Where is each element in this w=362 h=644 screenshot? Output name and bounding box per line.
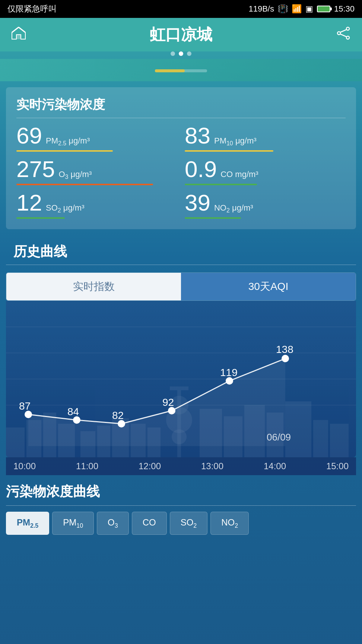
svg-rect-19 <box>244 405 265 457</box>
x-label-1200: 12:00 <box>139 461 161 471</box>
no2-label: NO2 μg/m³ <box>214 203 253 214</box>
svg-rect-25 <box>97 426 110 457</box>
svg-rect-24 <box>80 431 95 457</box>
o3-label: O3 μg/m³ <box>58 170 92 181</box>
pm25-value: 69 <box>16 124 42 147</box>
p-tab-co[interactable]: CO <box>132 512 167 535</box>
page-indicators <box>0 51 362 59</box>
x-label-1400: 14:00 <box>264 461 286 471</box>
so2-bar <box>16 217 65 219</box>
aqi-partial <box>0 59 362 81</box>
realtime-pollutant-card: 实时污染物浓度 69 PM2.5 μg/m³ 83 PM10 μg/m³ 275… <box>6 87 356 229</box>
svg-rect-18 <box>224 416 242 457</box>
svg-rect-7 <box>155 69 185 72</box>
p-tab-o3[interactable]: O3 <box>97 512 129 535</box>
battery-icon <box>317 6 330 12</box>
svg-rect-22 <box>313 420 328 457</box>
p-tab-no2[interactable]: NO2 <box>210 512 249 535</box>
svg-point-39 <box>282 355 289 362</box>
tab-realtime[interactable]: 实时指数 <box>6 273 181 300</box>
svg-rect-8 <box>6 427 25 457</box>
vibrate-icon: 📳 <box>278 4 288 14</box>
co-value: 0.9 <box>185 158 217 181</box>
pollutant-co: 0.9 CO mg/m³ <box>185 158 346 187</box>
svg-rect-21 <box>285 401 311 457</box>
pollutant-o3: 275 O3 μg/m³ <box>16 158 177 187</box>
svg-line-5 <box>340 34 346 37</box>
svg-rect-0 <box>16 35 21 39</box>
pm10-bar <box>185 150 273 152</box>
pollutant-pm25: 69 PM2.5 μg/m³ <box>16 124 177 153</box>
svg-rect-26 <box>112 418 129 457</box>
co-label: CO mg/m³ <box>220 170 258 179</box>
status-bar: 仅限紧急呼叫 119B/s 📳 📶 ▣ 15:30 <box>0 0 362 18</box>
sim-icon: ▣ <box>305 4 313 14</box>
chart-container: 87 84 82 92 119 138 06/09 <box>6 301 356 457</box>
tab-30day[interactable]: 30天AQI <box>181 273 356 300</box>
chart-x-axis: 10:00 11:00 12:00 13:00 14:00 15:00 <box>6 457 356 475</box>
pollutant-curve-section: 污染物浓度曲线 PM2.5 PM10 O3 CO SO2 NO2 <box>0 475 362 538</box>
no2-bar <box>185 217 241 219</box>
svg-rect-23 <box>330 424 349 457</box>
svg-rect-11 <box>58 424 75 457</box>
home-button[interactable] <box>11 26 26 43</box>
co-bar <box>185 184 257 185</box>
network-speed: 119B/s <box>248 4 274 14</box>
p-tab-so2[interactable]: SO2 <box>170 512 208 535</box>
svg-rect-10 <box>43 413 56 457</box>
o3-bar <box>16 184 153 185</box>
dot-3 <box>187 51 191 56</box>
p-tab-pm25[interactable]: PM2.5 <box>6 512 49 535</box>
realtime-title: 实时污染物浓度 <box>16 96 346 118</box>
so2-label: SO2 μg/m³ <box>46 203 85 214</box>
svg-rect-28 <box>147 427 161 457</box>
x-label-1500: 15:00 <box>326 461 349 471</box>
share-button[interactable] <box>336 26 351 44</box>
wifi-icon: 📶 <box>292 4 302 14</box>
svg-text:119: 119 <box>220 367 238 378</box>
svg-rect-20 <box>267 413 283 457</box>
history-tabs: 实时指数 30天AQI <box>6 272 356 301</box>
pollutant-no2: 39 NO2 μg/m³ <box>185 191 346 220</box>
status-right: 119B/s 📳 📶 ▣ 15:30 <box>248 4 355 14</box>
x-label-1000: 10:00 <box>13 461 36 471</box>
svg-point-2 <box>337 32 340 35</box>
svg-rect-17 <box>200 409 222 457</box>
p-tab-pm10[interactable]: PM10 <box>52 512 94 535</box>
svg-point-14 <box>166 407 192 433</box>
skyline-background <box>6 383 356 457</box>
so2-value: 12 <box>16 191 42 214</box>
pollutant-pm10: 83 PM10 μg/m³ <box>185 124 346 153</box>
pollutant-tabs: PM2.5 PM10 O3 CO SO2 NO2 <box>6 512 356 538</box>
dot-2 <box>179 51 183 56</box>
svg-point-15 <box>172 429 187 444</box>
pollutant-so2: 12 SO2 μg/m³ <box>16 191 177 220</box>
pm10-label: PM10 μg/m³ <box>214 136 257 147</box>
pollutant-curve-title: 污染物浓度曲线 <box>6 483 356 506</box>
pollutants-grid: 69 PM2.5 μg/m³ 83 PM10 μg/m³ 275 O3 μg/m… <box>16 124 346 220</box>
header: 虹口凉城 <box>0 18 362 59</box>
pm25-bar <box>16 150 113 152</box>
status-emergency: 仅限紧急呼叫 <box>7 3 57 15</box>
page-title: 虹口凉城 <box>26 24 336 45</box>
x-label-1100: 11:00 <box>76 461 98 471</box>
o3-value: 275 <box>16 158 55 181</box>
svg-rect-9 <box>26 420 41 457</box>
pm25-label: PM2.5 μg/m³ <box>46 136 90 147</box>
svg-line-4 <box>340 29 346 32</box>
dot-1 <box>171 51 175 56</box>
x-label-1300: 13:00 <box>201 461 223 471</box>
svg-text:138: 138 <box>276 344 293 355</box>
svg-rect-16 <box>170 386 188 390</box>
clock: 15:30 <box>334 4 355 14</box>
svg-point-1 <box>346 27 349 30</box>
no2-value: 39 <box>185 191 210 214</box>
pm10-value: 83 <box>185 124 210 147</box>
svg-rect-27 <box>131 424 146 457</box>
svg-point-3 <box>346 36 349 39</box>
history-title: 历史曲线 <box>6 235 356 265</box>
